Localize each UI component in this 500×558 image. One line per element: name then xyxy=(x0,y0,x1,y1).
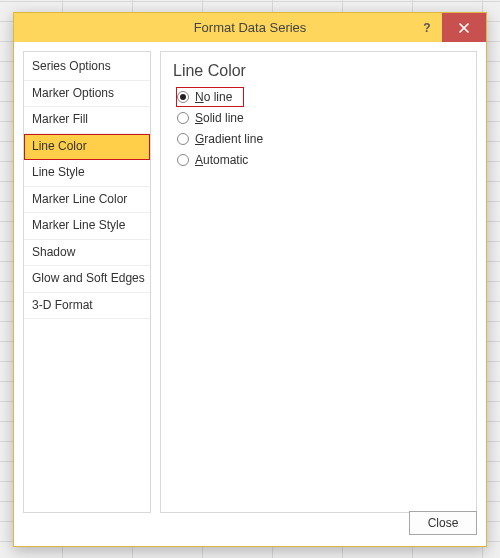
sidebar-item-line-color[interactable]: Line Color xyxy=(24,134,150,161)
sidebar-item-line-style[interactable]: Line Style xyxy=(24,160,150,187)
sidebar-item-label: 3-D Format xyxy=(32,298,93,312)
close-dialog-button[interactable]: Close xyxy=(409,511,477,535)
dialog-footer: Close xyxy=(23,509,477,537)
columns: Series OptionsMarker OptionsMarker FillL… xyxy=(23,51,477,513)
category-sidebar: Series OptionsMarker OptionsMarker FillL… xyxy=(23,51,151,513)
sidebar-item-label: Series Options xyxy=(32,59,111,73)
stage: Format Data Series ? Series OptionsMarke… xyxy=(0,0,500,558)
sidebar-item-label: Marker Line Style xyxy=(32,218,125,232)
sidebar-item-marker-fill[interactable]: Marker Fill xyxy=(24,107,150,134)
sidebar-item-shadow[interactable]: Shadow xyxy=(24,240,150,267)
radio-icon xyxy=(177,133,189,145)
radio-option-no-line[interactable]: No line xyxy=(177,88,243,106)
option-label: Automatic xyxy=(195,153,248,167)
close-icon xyxy=(458,22,470,34)
sidebar-item-label: Marker Line Color xyxy=(32,192,127,206)
sidebar-item-label: Marker Options xyxy=(32,86,114,100)
radio-icon xyxy=(177,91,189,103)
sidebar-item-label: Shadow xyxy=(32,245,75,259)
sidebar-item-label: Marker Fill xyxy=(32,112,88,126)
radio-icon xyxy=(177,112,189,124)
section-heading: Line Color xyxy=(173,62,464,80)
option-label: Solid line xyxy=(195,111,244,125)
close-dialog-label: Close xyxy=(428,516,459,530)
sidebar-item-label: Line Color xyxy=(32,139,87,153)
radio-option-gradient-line[interactable]: Gradient line xyxy=(177,130,464,148)
radio-option-automatic[interactable]: Automatic xyxy=(177,151,464,169)
option-label: Gradient line xyxy=(195,132,263,146)
option-label: No line xyxy=(195,90,232,104)
close-button[interactable] xyxy=(442,13,486,42)
sidebar-item-label: Line Style xyxy=(32,165,85,179)
sidebar-item-series-options[interactable]: Series Options xyxy=(24,54,150,81)
content-pane: Line Color No lineSolid lineGradient lin… xyxy=(160,51,477,513)
radio-icon xyxy=(177,154,189,166)
help-button[interactable]: ? xyxy=(412,13,442,42)
sidebar-item-marker-line-color[interactable]: Marker Line Color xyxy=(24,187,150,214)
sidebar-item-label: Glow and Soft Edges xyxy=(32,271,145,285)
format-data-series-dialog: Format Data Series ? Series OptionsMarke… xyxy=(13,12,487,547)
title-bar[interactable]: Format Data Series ? xyxy=(14,13,486,42)
sidebar-item-marker-line-style[interactable]: Marker Line Style xyxy=(24,213,150,240)
sidebar-item-3-d-format[interactable]: 3-D Format xyxy=(24,293,150,320)
line-color-options: No lineSolid lineGradient lineAutomatic xyxy=(173,88,464,169)
sidebar-item-marker-options[interactable]: Marker Options xyxy=(24,81,150,108)
dialog-body: Series OptionsMarker OptionsMarker FillL… xyxy=(14,42,486,546)
sidebar-item-glow-and-soft-edges[interactable]: Glow and Soft Edges xyxy=(24,266,150,293)
radio-option-solid-line[interactable]: Solid line xyxy=(177,109,464,127)
help-icon: ? xyxy=(423,21,430,35)
title-bar-controls: ? xyxy=(412,13,486,42)
